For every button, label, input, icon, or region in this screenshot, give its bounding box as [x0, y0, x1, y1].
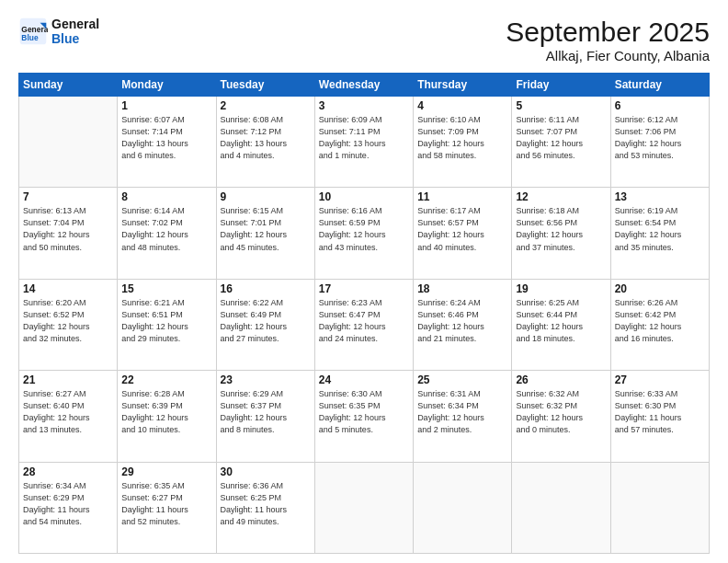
calendar-week-row: 14Sunrise: 6:20 AM Sunset: 6:52 PM Dayli…	[19, 279, 710, 370]
day-number: 22	[121, 373, 211, 386]
calendar-cell	[414, 462, 512, 553]
day-number: 10	[319, 190, 409, 203]
day-detail: Sunrise: 6:13 AM Sunset: 7:04 PM Dayligh…	[23, 205, 113, 253]
calendar-cell: 26Sunrise: 6:32 AM Sunset: 6:32 PM Dayli…	[512, 371, 610, 462]
calendar-cell	[314, 462, 413, 553]
calendar-cell: 17Sunrise: 6:23 AM Sunset: 6:47 PM Dayli…	[314, 279, 413, 370]
day-detail: Sunrise: 6:08 AM Sunset: 7:12 PM Dayligh…	[221, 114, 311, 162]
calendar-cell	[610, 462, 709, 553]
day-number: 14	[23, 282, 113, 295]
day-number: 6	[615, 99, 705, 112]
weekday-header: Wednesday	[314, 74, 413, 97]
day-detail: Sunrise: 6:20 AM Sunset: 6:52 PM Dayligh…	[23, 297, 113, 345]
logo-icon: General Blue	[18, 17, 48, 46]
day-number: 26	[516, 373, 606, 386]
calendar-week-row: 21Sunrise: 6:27 AM Sunset: 6:40 PM Dayli…	[19, 371, 710, 462]
calendar-cell: 12Sunrise: 6:18 AM Sunset: 6:56 PM Dayli…	[512, 188, 610, 279]
day-detail: Sunrise: 6:09 AM Sunset: 7:11 PM Dayligh…	[319, 114, 409, 162]
calendar-cell: 28Sunrise: 6:34 AM Sunset: 6:29 PM Dayli…	[19, 462, 118, 553]
weekday-header: Saturday	[610, 74, 709, 97]
day-number: 2	[221, 99, 311, 112]
day-detail: Sunrise: 6:24 AM Sunset: 6:46 PM Dayligh…	[417, 297, 507, 345]
calendar-cell: 19Sunrise: 6:25 AM Sunset: 6:44 PM Dayli…	[512, 279, 610, 370]
day-detail: Sunrise: 6:17 AM Sunset: 6:57 PM Dayligh…	[417, 205, 507, 253]
calendar-cell: 6Sunrise: 6:12 AM Sunset: 7:06 PM Daylig…	[610, 97, 709, 188]
day-detail: Sunrise: 6:11 AM Sunset: 7:07 PM Dayligh…	[516, 114, 606, 162]
calendar-cell: 1Sunrise: 6:07 AM Sunset: 7:14 PM Daylig…	[118, 97, 216, 188]
day-detail: Sunrise: 6:19 AM Sunset: 6:54 PM Dayligh…	[615, 205, 705, 253]
day-detail: Sunrise: 6:15 AM Sunset: 7:01 PM Dayligh…	[221, 205, 311, 253]
calendar-cell: 21Sunrise: 6:27 AM Sunset: 6:40 PM Dayli…	[19, 371, 118, 462]
location-title: Allkaj, Fier County, Albania	[506, 48, 710, 63]
calendar-cell: 10Sunrise: 6:16 AM Sunset: 6:59 PM Dayli…	[314, 188, 413, 279]
day-number: 9	[221, 190, 311, 203]
day-number: 15	[121, 282, 211, 295]
day-detail: Sunrise: 6:07 AM Sunset: 7:14 PM Dayligh…	[121, 114, 211, 162]
calendar-cell: 4Sunrise: 6:10 AM Sunset: 7:09 PM Daylig…	[414, 97, 512, 188]
day-detail: Sunrise: 6:18 AM Sunset: 6:56 PM Dayligh…	[516, 205, 606, 253]
calendar-cell: 8Sunrise: 6:14 AM Sunset: 7:02 PM Daylig…	[118, 188, 216, 279]
calendar-cell	[19, 97, 118, 188]
day-number: 16	[221, 282, 311, 295]
weekday-header: Tuesday	[216, 74, 314, 97]
day-number: 3	[319, 99, 409, 112]
day-number: 8	[121, 190, 211, 203]
month-title: September 2025	[506, 17, 710, 48]
day-number: 28	[23, 465, 113, 478]
day-number: 5	[516, 99, 606, 112]
day-number: 25	[417, 373, 507, 386]
calendar-cell: 25Sunrise: 6:31 AM Sunset: 6:34 PM Dayli…	[414, 371, 512, 462]
weekday-header: Sunday	[19, 74, 118, 97]
day-number: 23	[221, 373, 311, 386]
day-detail: Sunrise: 6:26 AM Sunset: 6:42 PM Dayligh…	[615, 297, 705, 345]
calendar-header-row: SundayMondayTuesdayWednesdayThursdayFrid…	[19, 74, 710, 97]
day-detail: Sunrise: 6:33 AM Sunset: 6:30 PM Dayligh…	[615, 388, 705, 436]
calendar-cell: 16Sunrise: 6:22 AM Sunset: 6:49 PM Dayli…	[216, 279, 314, 370]
calendar-cell: 30Sunrise: 6:36 AM Sunset: 6:25 PM Dayli…	[216, 462, 314, 553]
day-number: 7	[23, 190, 113, 203]
day-number: 27	[615, 373, 705, 386]
day-number: 18	[417, 282, 507, 295]
calendar-cell: 20Sunrise: 6:26 AM Sunset: 6:42 PM Dayli…	[610, 279, 709, 370]
day-detail: Sunrise: 6:36 AM Sunset: 6:25 PM Dayligh…	[221, 480, 311, 528]
title-block: September 2025 Allkaj, Fier County, Alba…	[506, 17, 710, 63]
weekday-header: Thursday	[414, 74, 512, 97]
day-number: 4	[417, 99, 507, 112]
calendar-cell: 29Sunrise: 6:35 AM Sunset: 6:27 PM Dayli…	[118, 462, 216, 553]
day-number: 21	[23, 373, 113, 386]
calendar-cell	[512, 462, 610, 553]
day-number: 30	[221, 465, 311, 478]
svg-text:Blue: Blue	[21, 33, 39, 42]
weekday-header: Friday	[512, 74, 610, 97]
day-detail: Sunrise: 6:22 AM Sunset: 6:49 PM Dayligh…	[221, 297, 311, 345]
calendar-cell: 11Sunrise: 6:17 AM Sunset: 6:57 PM Dayli…	[414, 188, 512, 279]
day-detail: Sunrise: 6:35 AM Sunset: 6:27 PM Dayligh…	[121, 480, 211, 528]
day-detail: Sunrise: 6:23 AM Sunset: 6:47 PM Dayligh…	[319, 297, 409, 345]
calendar-table: SundayMondayTuesdayWednesdayThursdayFrid…	[18, 73, 710, 554]
day-detail: Sunrise: 6:31 AM Sunset: 6:34 PM Dayligh…	[417, 388, 507, 436]
day-detail: Sunrise: 6:27 AM Sunset: 6:40 PM Dayligh…	[23, 388, 113, 436]
logo: General Blue General Blue	[18, 17, 99, 46]
calendar-cell: 2Sunrise: 6:08 AM Sunset: 7:12 PM Daylig…	[216, 97, 314, 188]
calendar-week-row: 28Sunrise: 6:34 AM Sunset: 6:29 PM Dayli…	[19, 462, 710, 553]
weekday-header: Monday	[118, 74, 216, 97]
header: General Blue General Blue September 2025…	[18, 17, 710, 63]
page: General Blue General Blue September 2025…	[0, 0, 728, 563]
calendar-cell: 18Sunrise: 6:24 AM Sunset: 6:46 PM Dayli…	[414, 279, 512, 370]
day-number: 29	[121, 465, 211, 478]
day-number: 19	[516, 282, 606, 295]
calendar-cell: 9Sunrise: 6:15 AM Sunset: 7:01 PM Daylig…	[216, 188, 314, 279]
day-detail: Sunrise: 6:14 AM Sunset: 7:02 PM Dayligh…	[121, 205, 211, 253]
calendar-cell: 27Sunrise: 6:33 AM Sunset: 6:30 PM Dayli…	[610, 371, 709, 462]
calendar-cell: 22Sunrise: 6:28 AM Sunset: 6:39 PM Dayli…	[118, 371, 216, 462]
calendar-cell: 13Sunrise: 6:19 AM Sunset: 6:54 PM Dayli…	[610, 188, 709, 279]
day-detail: Sunrise: 6:34 AM Sunset: 6:29 PM Dayligh…	[23, 480, 113, 528]
calendar-cell: 3Sunrise: 6:09 AM Sunset: 7:11 PM Daylig…	[314, 97, 413, 188]
day-detail: Sunrise: 6:30 AM Sunset: 6:35 PM Dayligh…	[319, 388, 409, 436]
calendar-cell: 7Sunrise: 6:13 AM Sunset: 7:04 PM Daylig…	[19, 188, 118, 279]
day-detail: Sunrise: 6:32 AM Sunset: 6:32 PM Dayligh…	[516, 388, 606, 436]
day-number: 12	[516, 190, 606, 203]
day-detail: Sunrise: 6:16 AM Sunset: 6:59 PM Dayligh…	[319, 205, 409, 253]
day-detail: Sunrise: 6:25 AM Sunset: 6:44 PM Dayligh…	[516, 297, 606, 345]
calendar-cell: 5Sunrise: 6:11 AM Sunset: 7:07 PM Daylig…	[512, 97, 610, 188]
